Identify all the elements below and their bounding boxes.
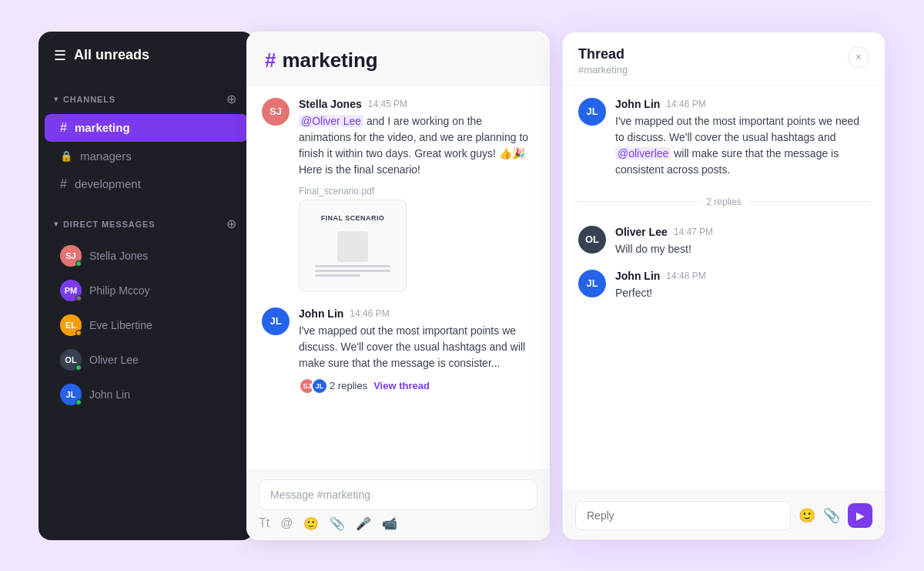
hash-icon-marketing: # <box>60 121 67 135</box>
status-dot-stella <box>75 260 82 267</box>
msg-text-stella: @Oliver Lee and I are working on the ani… <box>299 113 534 178</box>
dm-item-eve[interactable]: EL Eve Libertine <box>45 308 248 342</box>
chat-channel-name: marketing <box>282 49 377 72</box>
reply-input[interactable] <box>575 501 791 530</box>
thread-time-john2: 14:48 PM <box>666 270 705 281</box>
add-channel-icon[interactable]: ⊕ <box>223 92 239 107</box>
file-attachment: Final_scenario.pdf FINAL SCENARIO <box>299 186 534 292</box>
file-preview-box <box>337 231 368 262</box>
thread-author-oliver: Oliver Lee <box>615 226 668 238</box>
thread-avatar-oliver: OL <box>578 226 606 254</box>
thread-content-oliver: Oliver Lee 14:47 PM Will do my best! <box>615 226 713 257</box>
thread-mention-oliverlee: @oliverlee <box>615 147 671 160</box>
msg-text-john: I've mapped out the most important point… <box>299 323 534 371</box>
dm-item-philip[interactable]: PM Philip Mccoy <box>45 274 248 307</box>
dm-item-stella[interactable]: SJ Stella Jones <box>45 239 248 273</box>
thread-send-button[interactable]: ▶ <box>848 503 872 528</box>
dm-name-eve: Eve Libertine <box>89 319 152 331</box>
file-preview-title: FINAL SCENARIO <box>321 214 385 222</box>
thread-content-john1: John Lin 14:46 PM I've mapped out the mo… <box>615 98 869 178</box>
dm-avatar-oliver: OL <box>60 349 82 371</box>
dm-avatar-john: JL <box>60 384 82 405</box>
channel-name-development: development <box>75 177 141 190</box>
dm-item-john[interactable]: JL John Lin <box>45 378 248 411</box>
msg-header-john: John Lin 14:46 PM <box>299 307 534 320</box>
msg-content-stella: Stella Jones 14:45 PM @Oliver Lee and I … <box>299 98 534 292</box>
add-dm-icon[interactable]: ⊕ <box>223 217 239 232</box>
message-john: JL John Lin 14:46 PM I've mapped out the… <box>262 307 534 395</box>
replies-count: 2 replies <box>330 380 367 391</box>
thread-text-john2: Perfect! <box>615 285 706 301</box>
thread-message-john2: JL John Lin 14:48 PM Perfect! <box>578 270 869 301</box>
channels-section-header: ▾ CHANNELS ⊕ <box>38 86 254 113</box>
channel-name-managers: managers <box>80 149 132 163</box>
dm-section-header: ▾ DIRECT MESSAGES ⊕ <box>38 210 254 238</box>
thread-title: Thread <box>578 46 628 62</box>
message-placeholder: Message #marketing <box>270 489 370 501</box>
message-stella: SJ Stella Jones 14:45 PM @Oliver Lee and… <box>262 98 534 292</box>
thread-header-john1: John Lin 14:46 PM <box>615 98 869 110</box>
msg-time-stella: 14:45 PM <box>368 99 407 109</box>
thread-reply-input-area: 🙂 📎 ▶ <box>563 491 885 539</box>
mention-oliver: @Oliver Lee <box>299 115 363 127</box>
thread-header-info: Thread #marketing <box>578 46 628 76</box>
format-text-icon[interactable]: Tt <box>259 516 270 530</box>
msg-avatar-john: JL <box>262 307 290 335</box>
replies-divider: 2 replies <box>578 196 869 207</box>
dm-avatar-stella: SJ <box>60 245 82 267</box>
sidebar-title: All unreads <box>74 47 149 63</box>
file-preview: FINAL SCENARIO <box>299 200 407 292</box>
main-chat: # marketing SJ Stella Jones 14:45 PM @Ol… <box>246 32 550 540</box>
thread-text-john1: I've mapped out the most important point… <box>615 113 869 178</box>
chat-toolbar: Tt @ 🙂 📎 🎤 📹 <box>259 516 537 531</box>
thread-attach-button[interactable]: 📎 <box>823 507 840 524</box>
message-input-box[interactable]: Message #marketing <box>259 479 537 510</box>
msg-content-john: John Lin 14:46 PM I've mapped out the mo… <box>299 307 534 395</box>
file-name: Final_scenario.pdf <box>299 186 534 196</box>
thread-avatar-john2: JL <box>578 270 606 297</box>
sidebar: ☰ All unreads ▾ CHANNELS ⊕ # marketing 🔒… <box>38 32 254 540</box>
channel-item-development[interactable]: # development <box>45 170 248 198</box>
channels-chevron-icon[interactable]: ▾ <box>54 95 59 103</box>
mention-icon[interactable]: @ <box>280 516 293 530</box>
close-thread-button[interactable]: × <box>848 46 869 68</box>
thread-replies: SJ JL 2 replies View thread <box>299 378 534 395</box>
video-icon[interactable]: 📹 <box>382 516 397 531</box>
hamburger-icon[interactable]: ☰ <box>54 47 66 64</box>
file-preview-lines <box>315 265 390 277</box>
mic-icon[interactable]: 🎤 <box>356 516 371 531</box>
dm-chevron-icon[interactable]: ▾ <box>54 220 59 228</box>
hash-icon-development: # <box>60 177 67 191</box>
msg-avatar-stella: SJ <box>262 98 290 126</box>
dm-item-oliver[interactable]: OL Oliver Lee <box>45 343 248 377</box>
thread-time-oliver: 14:47 PM <box>674 227 713 237</box>
reply-avatars: SJ JL <box>299 378 323 395</box>
thread-time-john1: 14:46 PM <box>666 99 705 109</box>
chat-header: # marketing <box>246 32 550 86</box>
msg-header-stella: Stella Jones 14:45 PM <box>299 98 534 110</box>
emoji-icon[interactable]: 🙂 <box>303 516 319 531</box>
sidebar-header: ☰ All unreads <box>38 47 254 79</box>
channel-item-managers[interactable]: 🔒 managers <box>45 143 248 170</box>
channel-item-marketing[interactable]: # marketing <box>45 114 248 142</box>
thread-header-john2: John Lin 14:48 PM <box>615 270 706 282</box>
thread-content-john2: John Lin 14:48 PM Perfect! <box>615 270 706 301</box>
message-input-area: Message #marketing Tt @ 🙂 📎 🎤 📹 <box>246 469 550 540</box>
thread-author-john2: John Lin <box>615 270 660 282</box>
chat-channel-title: # marketing <box>265 49 531 72</box>
dm-name-john: John Lin <box>89 388 130 401</box>
thread-avatar-john: JL <box>578 98 606 126</box>
msg-time-john: 14:46 PM <box>350 308 389 319</box>
attach-icon[interactable]: 📎 <box>330 516 345 531</box>
dm-name-philip: Philip Mccoy <box>89 284 150 297</box>
status-dot-philip <box>75 295 82 301</box>
view-thread-button[interactable]: View thread <box>373 380 430 391</box>
status-dot-oliver <box>75 364 82 371</box>
dm-avatar-eve: EL <box>60 314 82 336</box>
chat-hash-icon: # <box>265 49 276 72</box>
thread-text-oliver: Will do my best! <box>615 241 713 257</box>
lock-icon-managers: 🔒 <box>60 150 72 162</box>
thread-message-john1: JL John Lin 14:46 PM I've mapped out the… <box>578 98 869 178</box>
thread-message-oliver: OL Oliver Lee 14:47 PM Will do my best! <box>578 226 869 257</box>
thread-emoji-button[interactable]: 🙂 <box>798 507 815 524</box>
